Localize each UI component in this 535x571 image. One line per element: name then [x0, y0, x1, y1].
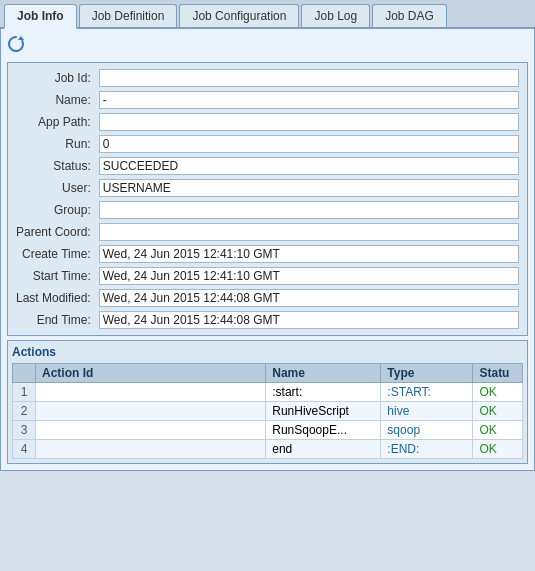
tab-job-info[interactable]: Job Info: [4, 4, 77, 29]
form-input-group[interactable]: [99, 201, 519, 219]
actions-title: Actions: [12, 345, 523, 359]
toolbar: [7, 35, 528, 56]
cell-action-id: [36, 383, 266, 402]
cell-name: end: [266, 440, 381, 459]
form-label-start-time: Start Time:: [12, 265, 95, 287]
form-label-run: Run:: [12, 133, 95, 155]
form-input-user[interactable]: [99, 179, 519, 197]
actions-table: Action Id Name Type Statu 1:start::START…: [12, 363, 523, 459]
form-row-create-time: Create Time:: [12, 243, 523, 265]
form-input-start-time[interactable]: [99, 267, 519, 285]
form-row-last-modified: Last Modified:: [12, 287, 523, 309]
col-header-type: Type: [381, 364, 473, 383]
svg-marker-0: [18, 36, 24, 40]
form-row-run: Run:: [12, 133, 523, 155]
row-num: 4: [13, 440, 36, 459]
table-row[interactable]: 2RunHiveScripthiveOK: [13, 402, 523, 421]
tabs-bar: Job Info Job Definition Job Configuratio…: [0, 0, 535, 29]
form-input-parent-coord[interactable]: [99, 223, 519, 241]
form-input-run[interactable]: [99, 135, 519, 153]
cell-type: sqoop: [381, 421, 473, 440]
form-row-start-time: Start Time:: [12, 265, 523, 287]
form-label-create-time: Create Time:: [12, 243, 95, 265]
cell-status: OK: [473, 440, 523, 459]
actions-panel: Actions Action Id Name Type Statu 1:star…: [7, 340, 528, 464]
form-row-job-id: Job Id:: [12, 67, 523, 89]
cell-status: OK: [473, 383, 523, 402]
table-row[interactable]: 3RunSqoopE...sqoopOK: [13, 421, 523, 440]
form-label-end-time: End Time:: [12, 309, 95, 331]
form-row-status: Status:: [12, 155, 523, 177]
cell-status: OK: [473, 421, 523, 440]
form-input-job-id[interactable]: [99, 69, 519, 87]
refresh-icon[interactable]: [7, 35, 25, 53]
form-label-last-modified: Last Modified:: [12, 287, 95, 309]
cell-name: RunHiveScript: [266, 402, 381, 421]
form-input-create-time[interactable]: [99, 245, 519, 263]
form-row-user: User:: [12, 177, 523, 199]
cell-type: hive: [381, 402, 473, 421]
form-label-app-path: App Path:: [12, 111, 95, 133]
form-input-app-path[interactable]: [99, 113, 519, 131]
cell-action-id: [36, 402, 266, 421]
cell-name: :start:: [266, 383, 381, 402]
row-num: 1: [13, 383, 36, 402]
col-header-action-id: Action Id: [36, 364, 266, 383]
form-row-parent-coord: Parent Coord:: [12, 221, 523, 243]
tab-job-dag[interactable]: Job DAG: [372, 4, 447, 27]
cell-status: OK: [473, 402, 523, 421]
row-num: 2: [13, 402, 36, 421]
col-header-num: [13, 364, 36, 383]
form-table: Job Id:Name:App Path:Run:Status:User:Gro…: [12, 67, 523, 331]
col-header-status: Statu: [473, 364, 523, 383]
row-num: 3: [13, 421, 36, 440]
table-row[interactable]: 4end:END:OK: [13, 440, 523, 459]
form-label-parent-coord: Parent Coord:: [12, 221, 95, 243]
cell-action-id: [36, 421, 266, 440]
cell-action-id: [36, 440, 266, 459]
form-input-end-time[interactable]: [99, 311, 519, 329]
col-header-name: Name: [266, 364, 381, 383]
main-panel: Job Id:Name:App Path:Run:Status:User:Gro…: [0, 29, 535, 471]
table-row[interactable]: 1:start::START:OK: [13, 383, 523, 402]
form-row-name: Name:: [12, 89, 523, 111]
form-label-user: User:: [12, 177, 95, 199]
form-input-status[interactable]: [99, 157, 519, 175]
cell-type: :END:: [381, 440, 473, 459]
form-label-job-id: Job Id:: [12, 67, 95, 89]
form-row-end-time: End Time:: [12, 309, 523, 331]
form-label-status: Status:: [12, 155, 95, 177]
job-info-section: Job Id:Name:App Path:Run:Status:User:Gro…: [7, 62, 528, 336]
form-row-group: Group:: [12, 199, 523, 221]
tab-job-configuration[interactable]: Job Configuration: [179, 4, 299, 27]
form-input-name[interactable]: [99, 91, 519, 109]
form-label-name: Name:: [12, 89, 95, 111]
cell-type: :START:: [381, 383, 473, 402]
form-row-app-path: App Path:: [12, 111, 523, 133]
tab-job-definition[interactable]: Job Definition: [79, 4, 178, 27]
form-input-last-modified[interactable]: [99, 289, 519, 307]
tab-job-log[interactable]: Job Log: [301, 4, 370, 27]
cell-name: RunSqoopE...: [266, 421, 381, 440]
form-label-group: Group:: [12, 199, 95, 221]
